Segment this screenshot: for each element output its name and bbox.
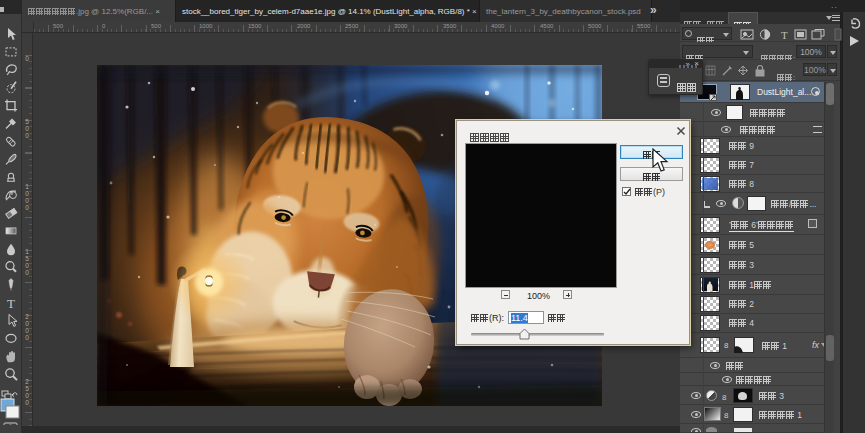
svg-text:T: T: [781, 29, 788, 41]
svg-text:T: T: [7, 296, 15, 311]
